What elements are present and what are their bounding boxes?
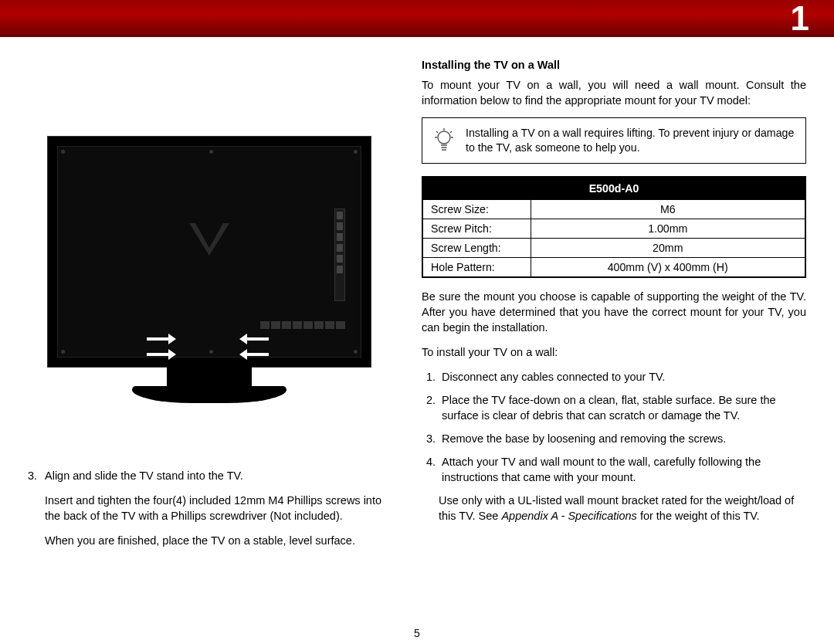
spec-label: Screw Length: — [422, 239, 531, 258]
ul-note: Use only with a UL-listed wall mount bra… — [422, 493, 806, 524]
spec-label: Screw Pitch: — [422, 219, 531, 239]
list-item: Attach your TV and wall mount to the wal… — [439, 454, 806, 485]
spec-value: M6 — [531, 200, 805, 219]
chapter-header-band: 1 — [0, 0, 834, 37]
list-item: Place the TV face-down on a clean, flat,… — [439, 392, 806, 423]
mount-spec-table: E500d-A0 Screw Size: M6 Screw Pitch: 1.0… — [422, 176, 806, 278]
list-item: Remove the base by loosening and removin… — [439, 431, 806, 446]
step-number: 3. — [28, 468, 45, 483]
spec-value: 400mm (V) x 400mm (H) — [531, 258, 805, 278]
table-row: Screw Pitch: 1.00mm — [422, 219, 805, 239]
page-body: 3.Align and slide the TV stand into the … — [0, 37, 834, 558]
step-text: Align and slide the TV stand into the TV… — [45, 469, 243, 482]
tip-text: Installing a TV on a wall requires lifti… — [466, 126, 795, 155]
table-header: E500d-A0 — [422, 177, 805, 200]
arrow-right-icon — [147, 349, 176, 360]
arrow-left-icon — [239, 334, 269, 344]
intro-paragraph: To mount your TV on a wall, you will nee… — [422, 77, 806, 108]
arrow-right-icon — [147, 334, 176, 344]
setup-steps-continued: 3.Align and slide the TV stand into the … — [28, 468, 391, 548]
side-port-column — [334, 208, 345, 301]
wall-install-steps: Disconnect any cables connected to your … — [422, 369, 806, 485]
note-text: for the weight of this TV. — [637, 510, 760, 522]
left-column: 3.Align and slide the TV stand into the … — [28, 59, 391, 558]
arrow-left-icon — [239, 349, 269, 360]
right-column: Installing the TV on a Wall To mount you… — [422, 59, 806, 558]
spec-value: 20mm — [531, 239, 805, 258]
spec-label: Screw Size: — [422, 200, 531, 219]
table-row: Hole Pattern: 400mm (V) x 400mm (H) — [422, 258, 805, 278]
list-item: Disconnect any cables connected to your … — [439, 369, 806, 385]
bottom-port-row — [260, 321, 345, 329]
tv-back-illustration — [47, 136, 371, 422]
step-detail: When you are finished, place the TV on a… — [28, 533, 391, 548]
paragraph: Be sure the mount you choose is capable … — [422, 289, 806, 335]
chapter-number: 1 — [791, 0, 809, 38]
lead-in: To install your TV on a wall: — [422, 344, 806, 360]
page-number: 5 — [414, 627, 420, 639]
svg-point-0 — [438, 131, 450, 144]
appendix-reference: Appendix A - Specifications — [501, 510, 636, 522]
spec-label: Hole Pattern: — [422, 258, 531, 278]
table-row: Screw Size: M6 — [422, 200, 805, 219]
brand-v-logo — [186, 222, 232, 257]
warning-tip-box: Installing a TV on a wall requires lifti… — [422, 117, 806, 164]
spec-value: 1.00mm — [531, 219, 805, 239]
lightbulb-icon — [433, 127, 455, 154]
section-title: Installing the TV on a Wall — [422, 59, 806, 71]
step-detail: Insert and tighten the four(4) included … — [28, 493, 391, 524]
table-row: Screw Length: 20mm — [422, 239, 805, 258]
